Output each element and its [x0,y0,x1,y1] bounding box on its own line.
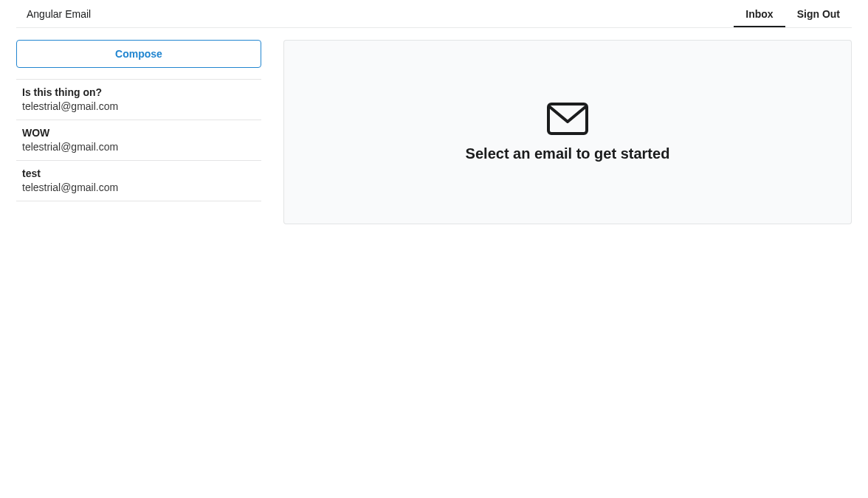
placeholder-message: Select an email to get started [466,145,670,162]
email-subject: WOW [22,126,257,139]
top-nav-right: Inbox Sign Out [734,1,852,27]
compose-button[interactable]: Compose [16,40,261,68]
main-layout: Compose Is this thing on? telestrial@gma… [0,28,868,224]
email-list: Is this thing on? telestrial@gmail.com W… [16,79,261,201]
email-subject: test [22,167,257,180]
main-panel: Select an email to get started [283,40,852,224]
email-list-item[interactable]: WOW telestrial@gmail.com [16,120,261,161]
nav-inbox[interactable]: Inbox [734,1,785,27]
top-nav: Angular Email Inbox Sign Out [16,0,852,28]
email-subject: Is this thing on? [22,86,257,99]
app-brand[interactable]: Angular Email [16,1,101,27]
sidebar: Compose Is this thing on? telestrial@gma… [16,40,261,224]
email-from: telestrial@gmail.com [22,181,257,195]
nav-signout[interactable]: Sign Out [785,1,852,27]
empty-state: Select an email to get started [283,40,852,224]
svg-rect-0 [548,104,587,134]
email-list-item[interactable]: test telestrial@gmail.com [16,161,261,201]
envelope-icon [547,103,588,138]
email-from: telestrial@gmail.com [22,100,257,114]
email-from: telestrial@gmail.com [22,140,257,154]
email-list-item[interactable]: Is this thing on? telestrial@gmail.com [16,80,261,120]
